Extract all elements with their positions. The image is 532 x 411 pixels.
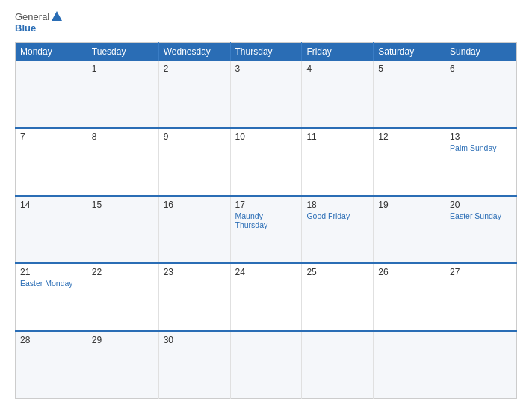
week-row-1: 123456 (16, 61, 517, 129)
day-number: 27 (450, 267, 512, 277)
day-number: 8 (92, 132, 154, 142)
week-row-4: 21Easter Monday222324252627 (16, 263, 517, 331)
day-cell: 22 (87, 263, 158, 331)
col-header-tuesday: Tuesday (87, 42, 158, 61)
day-cell: 12 (374, 128, 445, 196)
day-cell: 26 (374, 263, 445, 331)
holiday-label: Maundy Thursday (235, 211, 297, 229)
day-cell: 16 (158, 196, 230, 264)
day-number: 2 (164, 64, 226, 74)
col-header-friday: Friday (302, 42, 374, 61)
day-number: 18 (306, 200, 368, 210)
day-cell (230, 331, 302, 399)
week-row-3: 14151617Maundy Thursday18Good Friday1920… (16, 196, 517, 264)
day-number: 7 (20, 132, 82, 142)
day-number: 21 (20, 267, 82, 277)
day-number: 11 (306, 132, 368, 142)
holiday-label: Good Friday (306, 211, 368, 220)
day-number: 19 (378, 200, 440, 210)
day-number: 5 (378, 64, 440, 74)
day-cell: 6 (445, 61, 517, 129)
day-number: 3 (235, 64, 297, 74)
day-cell (16, 61, 87, 129)
day-cell: 4 (302, 61, 374, 129)
day-cell: 21Easter Monday (16, 263, 87, 331)
day-number: 23 (164, 267, 226, 277)
day-number: 1 (92, 64, 154, 74)
day-cell: 11 (302, 128, 374, 196)
day-cell: 19 (374, 196, 445, 264)
day-number: 13 (450, 132, 512, 142)
day-number: 26 (378, 267, 440, 277)
day-cell: 27 (445, 263, 517, 331)
day-cell (302, 331, 374, 399)
col-header-wednesday: Wednesday (158, 42, 230, 61)
day-number: 25 (306, 267, 368, 277)
day-cell: 14 (16, 196, 87, 264)
day-cell: 30 (158, 331, 230, 399)
day-cell: 3 (230, 61, 302, 129)
day-number: 29 (92, 335, 154, 345)
day-number: 16 (164, 200, 226, 210)
col-header-monday: Monday (16, 42, 87, 61)
week-row-5: 282930 (16, 331, 517, 399)
day-number: 15 (92, 200, 154, 210)
day-cell: 7 (16, 128, 87, 196)
day-number: 6 (450, 64, 512, 74)
col-header-sunday: Sunday (445, 42, 517, 61)
day-cell: 15 (87, 196, 158, 264)
week-row-2: 78910111213Palm Sunday (16, 128, 517, 196)
day-cell: 28 (16, 331, 87, 399)
day-cell (374, 331, 445, 399)
day-cell: 13Palm Sunday (445, 128, 517, 196)
logo-blue: Blue (15, 23, 36, 34)
day-cell: 29 (87, 331, 158, 399)
logo: General Blue (15, 12, 62, 34)
page: General Blue MondayTuesdayWednesdayThurs… (0, 0, 532, 411)
day-number: 4 (306, 64, 368, 74)
day-number: 10 (235, 132, 297, 142)
holiday-label: Palm Sunday (450, 143, 512, 152)
day-number: 17 (235, 200, 297, 210)
day-cell: 2 (158, 61, 230, 129)
day-cell: 18Good Friday (302, 196, 374, 264)
day-cell: 17Maundy Thursday (230, 196, 302, 264)
day-cell (445, 331, 517, 399)
day-number: 28 (20, 335, 82, 345)
day-number: 14 (20, 200, 82, 210)
day-cell: 8 (87, 128, 158, 196)
day-cell: 5 (374, 61, 445, 129)
day-number: 12 (378, 132, 440, 142)
header: General Blue (15, 12, 517, 34)
col-header-thursday: Thursday (230, 42, 302, 61)
col-header-saturday: Saturday (374, 42, 445, 61)
day-cell: 24 (230, 263, 302, 331)
day-number: 30 (164, 335, 226, 345)
logo-general: General (15, 12, 49, 23)
calendar-header-row: MondayTuesdayWednesdayThursdayFridaySatu… (16, 42, 517, 61)
day-cell: 1 (87, 61, 158, 129)
day-number: 20 (450, 200, 512, 210)
day-number: 22 (92, 267, 154, 277)
day-cell: 10 (230, 128, 302, 196)
day-number: 9 (164, 132, 226, 142)
holiday-label: Easter Monday (20, 279, 82, 288)
day-cell: 25 (302, 263, 374, 331)
day-cell: 20Easter Sunday (445, 196, 517, 264)
day-number: 24 (235, 267, 297, 277)
holiday-label: Easter Sunday (450, 211, 512, 220)
day-cell: 9 (158, 128, 230, 196)
day-cell: 23 (158, 263, 230, 331)
calendar: MondayTuesdayWednesdayThursdayFridaySatu… (15, 42, 517, 399)
